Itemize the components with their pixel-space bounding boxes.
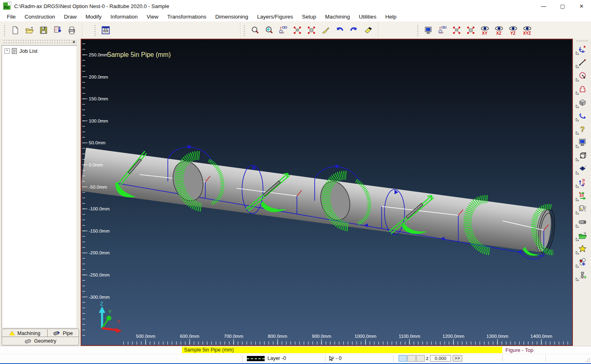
render-view-button[interactable] <box>421 23 435 37</box>
minimize-button[interactable]: — <box>534 0 553 12</box>
menu-bar: FileConstructionDrawModifyInformationVie… <box>0 12 591 22</box>
expand-coordinates-button[interactable]: >> <box>453 355 462 362</box>
fit-extents-2-button[interactable] <box>449 23 464 37</box>
toolbar-view-group <box>241 23 378 38</box>
toolbar-preview-group <box>92 23 240 38</box>
viewport-3d[interactable]: Z Y X 250.0mm200.0mm150.0mm100.0mm50.0mm… <box>81 39 573 346</box>
new-file-button[interactable] <box>8 23 22 37</box>
menu-construction[interactable]: Construction <box>20 13 60 21</box>
layer-color-swatch[interactable] <box>247 356 265 361</box>
flyout-indicator-icon <box>576 236 579 242</box>
toolbar-drag-handle[interactable] <box>243 24 245 36</box>
svg-text:1100.0mm: 1100.0mm <box>399 334 420 339</box>
view-yz-icon <box>509 26 518 31</box>
window-layout-2-button[interactable] <box>435 23 449 37</box>
view-xz-button[interactable]: XZ <box>492 23 506 37</box>
toolbar-drag-handle[interactable] <box>576 40 589 42</box>
wireframe-box-button[interactable] <box>575 150 590 163</box>
job-settings-button[interactable] <box>575 203 590 216</box>
tab-machining-label: Machining <box>17 331 40 336</box>
resize-grip[interactable] <box>585 358 590 362</box>
menu-view[interactable]: View <box>142 13 163 21</box>
redo-button[interactable] <box>347 23 361 37</box>
geometry-tab-icon <box>25 339 32 344</box>
fit-extents-3d-2-button[interactable] <box>464 23 478 37</box>
menu-utilities[interactable]: Utilities <box>354 13 381 21</box>
nc-code-output-button[interactable]: GOIXGOIYGO! <box>50 23 65 37</box>
favorites-button[interactable] <box>575 243 590 256</box>
plane-yz-button[interactable] <box>416 355 425 362</box>
fit-extents-2-icon <box>452 26 461 35</box>
menu-modify[interactable]: Modify <box>81 13 106 21</box>
job-list-label: Job List <box>19 48 38 54</box>
tree-expand-icon[interactable]: + <box>4 48 10 54</box>
undo-icon <box>335 26 344 35</box>
pipe-solid-button[interactable] <box>575 216 590 229</box>
menu-setup[interactable]: Setup <box>298 13 321 21</box>
print-button[interactable] <box>65 23 79 37</box>
draw-circle-button[interactable] <box>575 70 590 83</box>
zoom-previous-button[interactable] <box>262 23 276 37</box>
dimension-bounds-button[interactable] <box>575 43 590 56</box>
view-yz-label: YZ <box>510 31 516 35</box>
toolbar-drag-handle[interactable] <box>94 24 96 36</box>
menu-dimensioning[interactable]: Dimensioning <box>211 13 253 21</box>
panel-close-icon[interactable]: x <box>72 39 76 44</box>
menu-layers-figures[interactable]: Layers/Figures <box>253 13 297 21</box>
print-preview-button[interactable] <box>98 23 113 37</box>
view-xyz-button[interactable]: XYZ <box>520 23 534 37</box>
flyout-indicator-icon <box>576 50 579 56</box>
toolbar-drag-handle[interactable] <box>3 24 6 36</box>
view-orientation-button[interactable] <box>575 163 590 176</box>
render-monitor-icon <box>578 138 587 148</box>
menu-file[interactable]: File <box>2 13 20 21</box>
erase-button[interactable] <box>361 23 375 37</box>
menu-help[interactable]: Help <box>381 13 401 21</box>
job-list-node[interactable]: + Job List <box>2 46 77 54</box>
menu-machining[interactable]: Machining <box>321 13 355 21</box>
auto-dimension-button[interactable]: 10 <box>575 189 590 203</box>
insert-node-icon <box>578 258 587 268</box>
menu-draw[interactable]: Draw <box>60 13 81 21</box>
undo-button[interactable] <box>332 23 347 37</box>
toolbar-drag-handle[interactable] <box>416 24 419 36</box>
draw-line-button[interactable] <box>575 56 590 70</box>
fit-extents-3d-button[interactable] <box>304 23 318 37</box>
open-file-icon <box>25 26 34 35</box>
svg-text:250.0mm: 250.0mm <box>89 52 108 57</box>
redraw-brush-button[interactable] <box>318 23 332 37</box>
menu-information[interactable]: Information <box>106 13 142 21</box>
zoom-button[interactable] <box>248 23 262 37</box>
view-xy-button[interactable]: XY <box>478 23 492 37</box>
render-monitor-button[interactable] <box>575 136 590 150</box>
transform-paths-button[interactable] <box>575 176 590 189</box>
tab-geometry[interactable]: Geometry <box>2 337 79 345</box>
svg-text:GO!: GO! <box>55 30 57 31</box>
viewport-title: Sample 5in Pipe (mm) <box>107 51 171 58</box>
maximize-button[interactable]: ▢ <box>553 0 572 12</box>
machine-head-button[interactable] <box>575 269 590 283</box>
app-icon: RaT <box>3 2 10 10</box>
view-xy-label: XY <box>482 31 487 35</box>
plane-xz-button[interactable] <box>407 355 416 362</box>
close-button[interactable]: ✕ <box>572 0 591 12</box>
menu-transformations[interactable]: Transformations <box>163 13 211 21</box>
draw-profile-button[interactable] <box>575 83 590 96</box>
help-query-button[interactable]: ? <box>575 123 590 136</box>
insert-node-button[interactable] <box>575 256 590 269</box>
open-file-button[interactable] <box>22 23 36 37</box>
view-yz-button[interactable]: YZ <box>506 23 520 37</box>
open-job-button[interactable] <box>575 229 590 243</box>
flyout-indicator-icon <box>576 77 579 83</box>
svg-text:900.0mm: 900.0mm <box>312 334 331 339</box>
axis-x-label: X <box>117 318 121 324</box>
fit-extents-button[interactable] <box>290 23 304 37</box>
panel-drag-handle[interactable]: x <box>2 40 77 45</box>
draw-arc-button[interactable] <box>575 110 590 123</box>
pipe-tab-icon <box>53 331 60 336</box>
window-layout-button[interactable] <box>276 23 290 37</box>
z-coordinate-input[interactable]: 0.000 <box>430 355 451 362</box>
save-file-button[interactable] <box>36 23 50 37</box>
solid-cube-button[interactable] <box>575 96 590 110</box>
plane-xy-button[interactable] <box>399 355 407 362</box>
